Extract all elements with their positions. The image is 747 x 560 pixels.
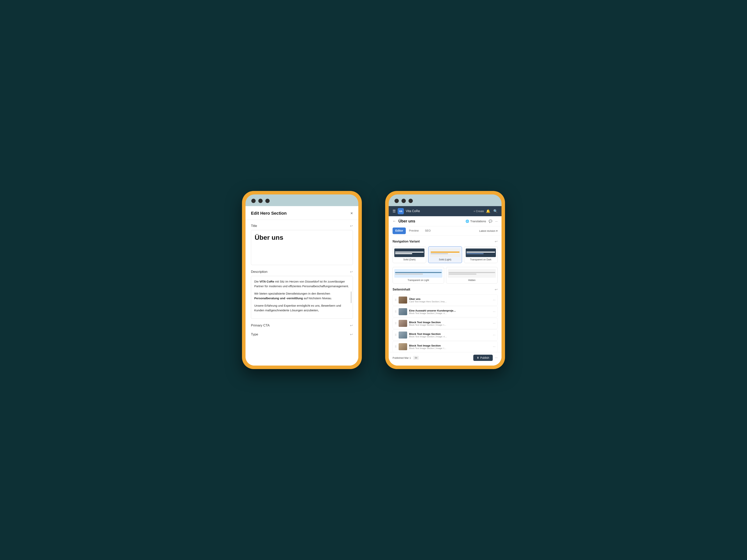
app-logo: VA [397, 208, 404, 214]
item-desc-3: Block Text Image Section | Image: l… [409, 324, 491, 326]
description-text: Die VITA CoRe mit Sitz im Herzen von Düs… [254, 279, 350, 313]
create-button[interactable]: + Create [473, 210, 484, 213]
notification-icon[interactable]: 🔔 [486, 209, 490, 213]
left-phone-frame: Edit Hero Section × Title ↩ Über uns [242, 191, 362, 369]
publish-label: Publish [480, 356, 489, 359]
lang-badge: de [413, 356, 419, 360]
publish-button[interactable]: ⬆ Publish [473, 355, 493, 361]
primary-cta-label: Primary CTA [251, 324, 269, 327]
item-info-2: Eine Auswahl unserer Kundenprojе… Block … [409, 309, 491, 314]
description-field-section: Description ↩ Die VITA CoRe mit Sitz im … [251, 270, 353, 319]
title-input-box[interactable]: Über uns [251, 230, 353, 265]
cms-panel: ☰ VA Vita CoRe + Create 🔔 🔍 ← Über uns [389, 206, 501, 366]
item-menu-3[interactable]: ··· [493, 322, 495, 325]
nav-bar-6 [466, 253, 484, 254]
nav-bar-3 [431, 251, 459, 252]
seiteninhalt-header: Seiteninhalt ↩ [392, 287, 498, 292]
app-name: Vita CoRe [406, 209, 471, 213]
item-thumb-1 [398, 296, 407, 303]
desc-label-row: Description ↩ [251, 270, 353, 274]
drag-handle-4[interactable]: ⠿ [395, 334, 397, 337]
item-menu-2[interactable]: ··· [493, 310, 495, 314]
description-input-box[interactable]: Die VITA CoRe mit Sitz im Herzen von Düs… [251, 276, 353, 319]
primary-cta-label-row: Primary CTA ↩ [251, 323, 353, 328]
title-field-section: Title ↩ Über uns [251, 224, 353, 265]
dot-r-1 [394, 199, 399, 203]
topbar-icons: 🔔 🔍 [486, 209, 498, 213]
list-item[interactable]: ⠿ Block Text Image Section Block Text Im… [392, 318, 498, 329]
item-menu-5[interactable]: ··· [493, 345, 495, 348]
nav-card-solid-light[interactable]: Solid (Light) [428, 246, 462, 263]
nav-card-solid-dark-label: Solid (Dark) [394, 258, 424, 261]
back-button[interactable]: ← [392, 219, 396, 223]
list-item[interactable]: ⠿ Block Text Image Section Block Text Im… [392, 329, 498, 341]
left-phone-inner: Edit Hero Section × Title ↩ Über uns [246, 194, 358, 366]
item-thumb-3 [398, 320, 407, 327]
comment-icon[interactable]: 💬 [489, 219, 492, 223]
item-menu-1[interactable]: ··· [493, 298, 495, 302]
dot-2 [258, 199, 263, 203]
nav-variant-header: Navigation Variant ↩ [392, 239, 498, 244]
right-phone-inner: ☰ VA Vita CoRe + Create 🔔 🔍 ← Über uns [389, 194, 501, 366]
cms-tabs: Editor Preview SEO Latest revision ▾ [389, 226, 501, 236]
list-item[interactable]: ⠿ Eine Auswahl unserer Kundenprojе… Bloc… [392, 306, 498, 317]
desc-field-icon: ↩ [350, 270, 353, 274]
content-list: ⠿ Über uns Card Text Image Hero Section … [392, 294, 498, 352]
item-thumb-2 [398, 308, 407, 315]
list-item[interactable]: ⠿ Block Text Image Section Block Text Im… [392, 341, 498, 352]
nav-bar-2 [395, 253, 412, 254]
hamburger-icon[interactable]: ☰ [392, 209, 396, 213]
tab-editor[interactable]: Editor [392, 228, 406, 234]
tab-preview[interactable]: Preview [406, 227, 422, 235]
translations-button[interactable]: 🌐 Translations [465, 219, 486, 223]
dot-3 [265, 199, 269, 203]
tab-seo[interactable]: SEO [422, 227, 434, 235]
title-value[interactable]: Über uns [255, 234, 283, 241]
revision-label: Latest revision [479, 230, 495, 232]
more-options-icon[interactable]: ··· [495, 219, 498, 223]
page-title: Über uns [398, 219, 463, 223]
description-field-label: Description [251, 270, 267, 274]
cms-subbar: ← Über uns 🌐 Translations 💬 ··· [389, 216, 501, 226]
dot-1 [251, 199, 256, 203]
search-icon[interactable]: 🔍 [493, 209, 498, 213]
edit-panel-title: Edit Hero Section [251, 211, 287, 216]
dot-r-2 [402, 199, 406, 203]
nav-variant-title: Navigation Variant [392, 240, 420, 243]
nav-card-transparent-light[interactable]: Transparent on Light [392, 267, 444, 284]
nav-bar-7 [395, 272, 442, 273]
nav-bar-1 [395, 251, 424, 252]
item-name-3: Block Text Image Section [409, 321, 491, 324]
nav-card-hidden[interactable]: Hidden [446, 267, 498, 284]
item-info-3: Block Text Image Section Block Text Imag… [409, 321, 491, 326]
right-phone-frame: ☰ VA Vita CoRe + Create 🔔 🔍 ← Über uns [385, 191, 505, 369]
type-label-row: Type ↩ [251, 332, 353, 337]
drag-handle-1[interactable]: ⠿ [395, 298, 397, 301]
cms-footer: Published Mar 1 de ⬆ Publish ··· [389, 352, 501, 363]
primary-cta-section: Primary CTA ↩ [251, 323, 353, 328]
item-thumb-4 [398, 331, 407, 339]
item-menu-4[interactable]: ··· [493, 333, 495, 337]
edit-panel: Edit Hero Section × Title ↩ Über uns [246, 206, 358, 366]
revision-select[interactable]: Latest revision ▾ [479, 230, 498, 232]
nav-card-transparent-dark[interactable]: Transparent on Dark [464, 246, 498, 263]
title-label-row: Title ↩ [251, 224, 353, 228]
seiteninhalt-title: Seiteninhalt [392, 288, 410, 291]
footer-more-icon[interactable]: ··· [495, 356, 498, 359]
seiteninhalt-icon: ↩ [495, 287, 498, 292]
nav-bar-10 [448, 273, 476, 274]
translations-label: Translations [470, 219, 486, 223]
nav-bar-8 [395, 273, 423, 274]
item-info-4: Block Text Image Section Block Text Imag… [409, 332, 491, 338]
item-desc-5: Block Text Image Section | Image: l… [409, 347, 491, 349]
drag-handle-2[interactable]: ⠿ [395, 310, 397, 313]
drag-handle-5[interactable]: ⠿ [395, 345, 397, 348]
nav-card-transparent-dark-label: Transparent on Dark [466, 258, 496, 261]
list-item[interactable]: ⠿ Über uns Card Text Image Hero Section … [392, 294, 498, 306]
drag-handle-3[interactable]: ⠿ [395, 322, 397, 325]
main-scene: Edit Hero Section × Title ↩ Über uns [242, 191, 505, 369]
close-button[interactable]: × [350, 211, 353, 215]
publish-icon: ⬆ [477, 356, 479, 359]
nav-variant-grid: Solid (Dark) Solid (Light) [392, 246, 498, 263]
nav-card-solid-dark[interactable]: Solid (Dark) [392, 246, 426, 263]
